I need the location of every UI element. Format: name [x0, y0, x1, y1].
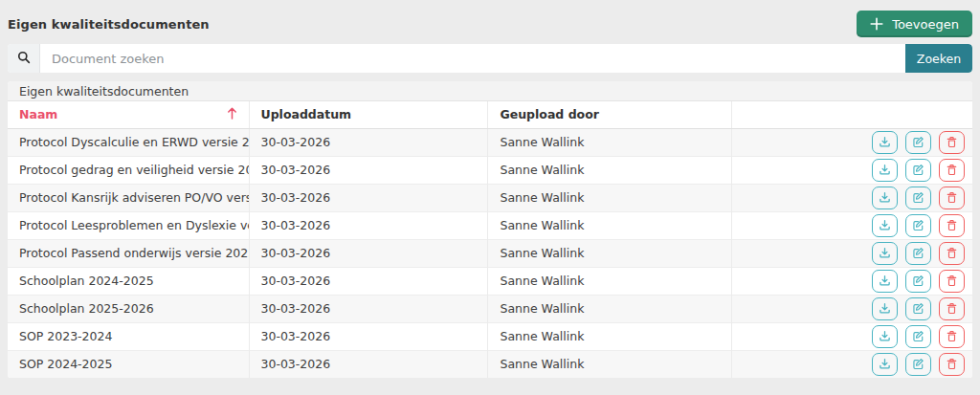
edit-icon — [912, 330, 924, 342]
row-actions-cell — [732, 322, 972, 350]
column-header-naam[interactable]: Naam — [8, 101, 249, 128]
row-actions-cell — [732, 267, 972, 295]
uploaded-by-cell: Sanne Wallink — [488, 322, 732, 350]
add-document-button[interactable]: Toevoegen — [857, 11, 972, 37]
upload-date-cell: 30-03-2026 — [249, 295, 488, 322]
delete-button[interactable] — [939, 187, 965, 209]
trash-icon — [946, 302, 958, 315]
trash-icon — [946, 358, 958, 370]
table-row: Protocol gedrag en veiligheid versie 202… — [8, 156, 972, 184]
download-button[interactable] — [872, 297, 898, 320]
upload-date-cell: 30-03-2026 — [249, 322, 488, 350]
trash-icon — [946, 274, 958, 287]
upload-date-cell: 30-03-2026 — [249, 239, 488, 267]
uploaded-by-cell: Sanne Wallink — [488, 239, 732, 267]
upload-date-cell: 30-03-2026 — [249, 128, 488, 156]
edit-icon — [912, 302, 924, 315]
document-name-cell: SOP 2024-2025 — [8, 350, 249, 378]
table-row: Protocol Dyscalculie en ERWD versie 2026… — [8, 128, 972, 156]
delete-button[interactable] — [939, 270, 965, 293]
document-name-cell: Protocol Passend onderwijs versie 2025 — [8, 239, 249, 267]
edit-icon — [912, 358, 924, 370]
delete-button[interactable] — [939, 131, 965, 154]
edit-button[interactable] — [905, 297, 931, 320]
document-name-cell: SOP 2023-2024 — [8, 322, 249, 350]
table-body: Protocol Dyscalculie en ERWD versie 2026… — [8, 128, 972, 378]
edit-button[interactable] — [905, 214, 931, 237]
download-button[interactable] — [872, 159, 898, 182]
upload-date-cell: 30-03-2026 — [249, 267, 488, 295]
row-actions-cell — [732, 350, 972, 378]
delete-button[interactable] — [939, 242, 965, 265]
trash-icon — [946, 136, 958, 148]
document-name-cell: Protocol Leesproblemen en Dyslexie versi… — [8, 211, 249, 239]
edit-button[interactable] — [905, 187, 931, 209]
upload-date-cell: 30-03-2026 — [249, 211, 488, 239]
search-icon-addon — [8, 44, 40, 73]
search-bar: Zoeken — [8, 44, 972, 73]
search-icon — [17, 51, 31, 67]
download-button[interactable] — [872, 353, 898, 376]
row-actions-cell — [732, 156, 972, 184]
column-header-uploaddatum[interactable]: Uploaddatum — [249, 101, 488, 128]
delete-button[interactable] — [939, 159, 965, 182]
uploaded-by-cell: Sanne Wallink — [488, 350, 732, 378]
table-row: SOP 2024-2025 30-03-2026 Sanne Wallink — [8, 350, 972, 378]
edit-button[interactable] — [905, 242, 931, 265]
table-row: Schoolplan 2025-2026 30-03-2026 Sanne Wa… — [8, 295, 972, 322]
edit-button[interactable] — [905, 159, 931, 182]
edit-icon — [912, 191, 924, 204]
download-icon — [879, 358, 891, 370]
upload-date-cell: 30-03-2026 — [249, 156, 488, 184]
sort-ascending-icon — [227, 107, 237, 122]
download-button[interactable] — [872, 270, 898, 293]
trash-icon — [946, 330, 958, 342]
delete-button[interactable] — [939, 353, 965, 376]
search-button[interactable]: Zoeken — [905, 44, 972, 73]
plus-icon — [870, 17, 883, 31]
trash-icon — [946, 191, 958, 204]
download-button[interactable] — [872, 325, 898, 348]
edit-icon — [912, 136, 924, 148]
add-document-button-label: Toevoegen — [892, 17, 959, 32]
download-button[interactable] — [872, 214, 898, 237]
delete-button[interactable] — [939, 325, 965, 348]
download-icon — [879, 136, 891, 148]
documents-table: Naam Uploaddatum Geupload door Prot — [8, 101, 972, 378]
edit-button[interactable] — [905, 131, 931, 154]
table-row: SOP 2023-2024 30-03-2026 Sanne Wallink — [8, 322, 972, 350]
table-row: Protocol Passend onderwijs versie 2025 3… — [8, 239, 972, 267]
row-actions-cell — [732, 128, 972, 156]
uploaded-by-cell: Sanne Wallink — [488, 128, 732, 156]
trash-icon — [946, 247, 958, 259]
column-header-geupload-door[interactable]: Geupload door — [488, 101, 732, 128]
trash-icon — [946, 164, 958, 176]
download-icon — [879, 302, 891, 315]
uploaded-by-cell: Sanne Wallink — [488, 295, 732, 322]
table-row: Protocol Kansrijk adviseren PO/VO versie… — [8, 184, 972, 211]
uploaded-by-cell: Sanne Wallink — [488, 211, 732, 239]
row-actions-cell — [732, 239, 972, 267]
document-name-cell: Protocol gedrag en veiligheid versie 202… — [8, 156, 249, 184]
document-name-cell: Protocol Dyscalculie en ERWD versie 2026 — [8, 128, 249, 156]
delete-button[interactable] — [939, 297, 965, 320]
download-button[interactable] — [872, 187, 898, 209]
card-section-title: Eigen kwaliteitsdocumenten — [8, 81, 972, 101]
edit-button[interactable] — [905, 353, 931, 376]
document-name-cell: Schoolplan 2025-2026 — [8, 295, 249, 322]
uploaded-by-cell: Sanne Wallink — [488, 267, 732, 295]
upload-date-cell: 30-03-2026 — [249, 350, 488, 378]
page: Eigen kwaliteitsdocumenten Toevoegen Zoe… — [0, 0, 980, 378]
delete-button[interactable] — [939, 214, 965, 237]
document-name-cell: Protocol Kansrijk adviseren PO/VO versie… — [8, 184, 249, 211]
download-button[interactable] — [872, 242, 898, 265]
row-actions-cell — [732, 295, 972, 322]
search-input[interactable] — [40, 44, 905, 73]
download-icon — [879, 191, 891, 204]
download-button[interactable] — [872, 131, 898, 154]
column-header-actions — [732, 101, 972, 128]
edit-button[interactable] — [905, 325, 931, 348]
edit-icon — [912, 164, 924, 176]
edit-button[interactable] — [905, 270, 931, 293]
edit-icon — [912, 247, 924, 259]
